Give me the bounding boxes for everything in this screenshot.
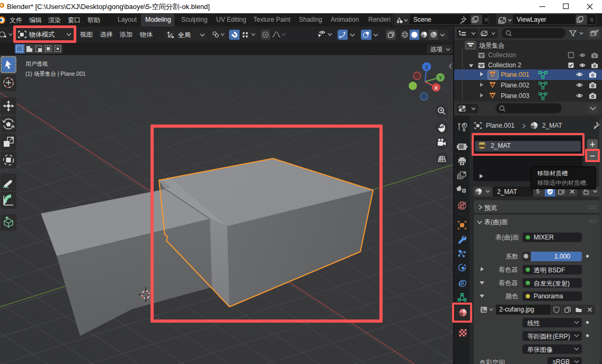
svg-text:X: X <box>435 85 438 91</box>
svg-text:Z: Z <box>425 65 428 70</box>
svg-text:用户透视: 用户透视 <box>25 60 48 67</box>
svg-text:Y: Y <box>439 75 442 81</box>
svg-text:(1) 场景集合 | Plane.001: (1) 场景集合 | Plane.001 <box>25 70 86 77</box>
